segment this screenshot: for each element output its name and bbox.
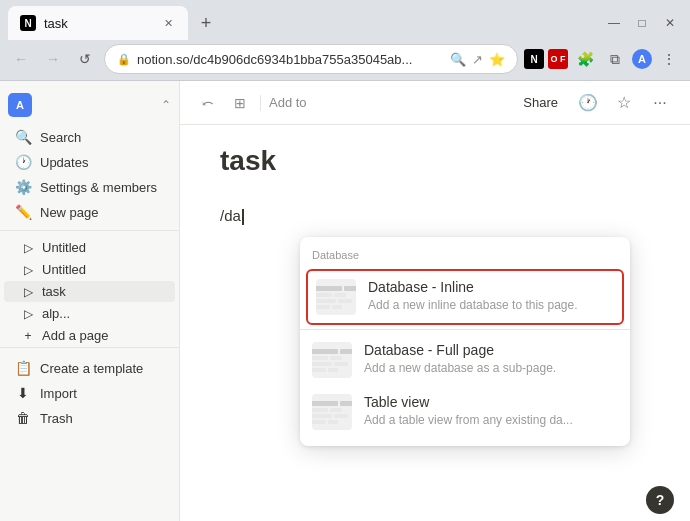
tab-favicon: N [20,15,36,31]
trash-label: Trash [40,411,73,426]
fullpage-db-icon [312,342,352,378]
inline-db-icon [316,279,356,315]
dropdown-menu: Database [300,237,630,446]
tableview-title: Table view [364,394,618,410]
updates-icon: 🕐 [14,154,32,170]
page-icon-1: ▷ [20,241,36,255]
profile-icon[interactable]: A [632,49,652,69]
page-icon-2: ▷ [20,263,36,277]
sidebar-item-new[interactable]: ✏️ New page [4,200,175,224]
browser-chrome: N task ✕ + — □ ✕ ← → ↺ 🔒 notion.so/dc4b9… [0,0,690,81]
page-label-task: task [42,284,66,299]
page-title: task [220,145,276,176]
page-icon-task: ▷ [20,285,36,299]
sidebar-item-templates[interactable]: 📋 Create a template [4,356,175,380]
inline-db-desc: Add a new inline database to this page. [368,297,614,314]
notion-extension-icon[interactable]: N [524,49,544,69]
app-container: A ⌃ 🔍 Search 🕐 Updates ⚙️ Settings & mem… [0,81,690,521]
back-button[interactable]: ← [8,46,34,72]
sidebar: A ⌃ 🔍 Search 🕐 Updates ⚙️ Settings & mem… [0,81,180,521]
forward-button[interactable]: → [40,46,66,72]
history-icon[interactable]: 🕐 [574,89,602,117]
grid-icon[interactable]: ⊞ [228,91,252,115]
dropdown-item-inline[interactable]: Database - Inline Add a new inline datab… [306,269,624,325]
new-tab-button[interactable]: + [192,9,220,37]
page-toolbar: ⤺ ⊞ Add to Share 🕐 ☆ ··· [180,81,690,125]
close-button[interactable]: ✕ [662,15,678,31]
page-label-alp: alp... [42,306,70,321]
split-view-icon[interactable]: ⧉ [602,46,628,72]
sidebar-item-settings[interactable]: ⚙️ Settings & members [4,175,175,199]
sidebar-add-page[interactable]: + Add a page [4,325,175,346]
fullpage-db-title: Database - Full page [364,342,618,358]
page-label-2: Untitled [42,262,86,277]
sidebar-page-2[interactable]: ▷ Untitled [4,259,175,280]
page-title-area: task [180,125,690,187]
back-icon[interactable]: ⤺ [196,91,220,115]
browser-menu-icon[interactable]: ⋮ [656,46,682,72]
tableview-content: Table view Add a table view from any exi… [364,394,618,429]
refresh-button[interactable]: ↺ [72,46,98,72]
search-label: Search [40,130,81,145]
maximize-button[interactable]: □ [634,15,650,31]
page-body[interactable]: /da Database [180,187,690,521]
new-page-icon: ✏️ [14,204,32,220]
url-text: notion.so/dc4b906dc6934b1bba755a35045ab.… [137,52,444,67]
active-tab[interactable]: N task ✕ [8,6,188,40]
sidebar-item-search[interactable]: 🔍 Search [4,125,175,149]
dropdown-section-label: Database [300,245,630,267]
sidebar-item-trash[interactable]: 🗑 Trash [4,406,175,430]
search-icon: 🔍 [450,52,466,67]
tab-close-button[interactable]: ✕ [160,15,176,31]
inline-db-content: Database - Inline Add a new inline datab… [368,279,614,314]
templates-label: Create a template [40,361,143,376]
settings-icon: ⚙️ [14,179,32,195]
add-page-label: Add a page [42,328,109,343]
address-bar[interactable]: 🔒 notion.so/dc4b906dc6934b1bba755a35045a… [104,44,518,74]
dropdown-overlay: Database [180,187,690,521]
bookmark-star-icon[interactable]: ☆ [610,89,638,117]
sidebar-item-import[interactable]: ⬇ Import [4,381,175,405]
import-icon: ⬇ [14,385,32,401]
sidebar-page-alp[interactable]: ▷ alp... [4,303,175,324]
share-button[interactable]: Share [515,91,566,114]
templates-icon: 📋 [14,360,32,376]
new-page-label: New page [40,205,99,220]
minimize-button[interactable]: — [606,15,622,31]
more-options-icon[interactable]: ··· [646,89,674,117]
tableview-desc: Add a table view from any existing da... [364,412,618,429]
share-icon: ↗ [472,52,483,67]
workspace-chevron-icon[interactable]: ⌃ [161,98,171,112]
trash-icon: 🗑 [14,410,32,426]
page-icon-alp: ▷ [20,307,36,321]
tab-title: task [44,16,152,31]
import-label: Import [40,386,77,401]
sidebar-item-updates[interactable]: 🕐 Updates [4,150,175,174]
tableview-icon [312,394,352,430]
add-to-label[interactable]: Add to [269,95,307,110]
main-content: ⤺ ⊞ Add to Share 🕐 ☆ ··· task /da Databa… [180,81,690,521]
sidebar-page-task[interactable]: ▷ task [4,281,175,302]
search-icon: 🔍 [14,129,32,145]
workspace-icon: A [8,93,32,117]
fullpage-db-content: Database - Full page Add a new database … [364,342,618,377]
bookmark-icon: ⭐ [489,52,505,67]
settings-label: Settings & members [40,180,157,195]
lock-icon: 🔒 [117,53,131,66]
fullpage-db-desc: Add a new database as a sub-page. [364,360,618,377]
page-label-1: Untitled [42,240,86,255]
sidebar-page-1[interactable]: ▷ Untitled [4,237,175,258]
add-page-icon: + [20,329,36,343]
updates-label: Updates [40,155,88,170]
dropdown-item-tableview[interactable]: Table view Add a table view from any exi… [300,386,630,438]
dropdown-item-fullpage[interactable]: Database - Full page Add a new database … [300,334,630,386]
inline-db-title: Database - Inline [368,279,614,295]
puzzle-icon[interactable]: 🧩 [572,46,598,72]
ext-red-icon[interactable]: O F [548,49,568,69]
